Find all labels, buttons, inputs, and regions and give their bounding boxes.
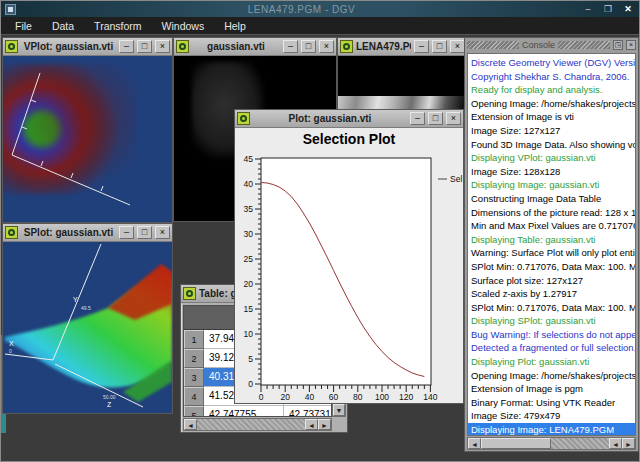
close-icon[interactable]: × xyxy=(450,40,465,53)
scroll-thumb[interactable] xyxy=(481,438,551,449)
console-line[interactable]: Surface plot size: 127x127 xyxy=(471,274,635,288)
console-log[interactable]: Discrete Geometry Viewer (DGV) Version: … xyxy=(467,53,636,436)
plot-titlebar[interactable]: Plot: gaussian.vti – □ × xyxy=(235,110,463,128)
console-line[interactable]: Bug Warning!: If selections do not appea… xyxy=(471,328,635,342)
vplot-titlebar[interactable]: VPlot: gaussian.vti – □ × xyxy=(3,38,172,56)
console-line[interactable]: Displaying VPlot: gaussian.vti xyxy=(471,151,635,165)
scroll-left-icon[interactable]: ◄ xyxy=(184,419,197,430)
minimize-icon[interactable]: – xyxy=(119,226,134,239)
scroll-left-icon[interactable]: ◄ xyxy=(468,438,481,449)
table-cell[interactable]: 42.747755 xyxy=(204,406,284,417)
close-icon[interactable]: × xyxy=(626,40,636,50)
console-line[interactable]: Binary Format: Using VTK Reader xyxy=(471,396,635,410)
dock-handle[interactable] xyxy=(467,41,519,49)
maximize-icon[interactable]: □ xyxy=(432,40,447,53)
console-line[interactable]: Opening Image: /home/shakes/projects/scp… xyxy=(471,369,635,383)
svg-text:20: 20 xyxy=(244,279,254,289)
console-line[interactable]: Discrete Geometry Viewer (DGV) Version: … xyxy=(471,56,635,70)
table-cell[interactable]: 42.737319 xyxy=(284,406,332,417)
scroll-track[interactable] xyxy=(197,419,305,430)
row-header[interactable]: 4 xyxy=(184,387,204,406)
console-line[interactable]: SPlot Min: 0.717076, Data Max: 100. Mean… xyxy=(471,260,635,274)
console-line[interactable]: Extension of Image is pgm xyxy=(471,382,635,396)
menu-data[interactable]: Data xyxy=(42,18,84,34)
console-line[interactable]: Constructing Image Data Table xyxy=(471,192,635,206)
scroll-right-icon[interactable]: ► xyxy=(622,438,635,449)
console-line[interactable]: Scaled z-axis by 1.27917 xyxy=(471,287,635,301)
gaussian-titlebar[interactable]: gaussian.vti – □ × xyxy=(174,38,336,56)
maximize-icon[interactable]: ❐ xyxy=(601,3,615,15)
maximize-icon[interactable]: □ xyxy=(428,112,443,125)
console-line[interactable]: Min and Max Pixel Values are 0.717076 an… xyxy=(471,219,635,233)
dgv-logo-icon xyxy=(183,287,196,300)
row-header[interactable]: 2 xyxy=(184,349,204,368)
minimize-icon[interactable]: – xyxy=(410,112,425,125)
console-line[interactable]: Dimensions of the picture read: 128 x 12… xyxy=(471,206,635,220)
scroll-right-icon[interactable]: ► xyxy=(318,419,331,430)
console-line[interactable]: Found 3D Image Data. Also showing volume… xyxy=(471,138,635,152)
console-line[interactable]: Displaying Image: gaussian.vti xyxy=(471,178,635,192)
menu-transform[interactable]: Transform xyxy=(84,18,151,34)
console-line[interactable]: Displaying SPlot: gaussian.vti xyxy=(471,314,635,328)
selection-plot-chart[interactable]: 051015202530354045020406080100120140Sel xyxy=(235,149,463,402)
row-header[interactable]: 5 xyxy=(184,406,204,417)
console-titlebar[interactable]: Console ◳ × xyxy=(465,38,638,52)
dock-handle[interactable] xyxy=(558,41,610,49)
close-icon[interactable]: × xyxy=(319,40,334,53)
console-line[interactable]: Image Size: 479x479 xyxy=(471,409,635,423)
console-line[interactable]: Copyright Shekhar S. Chandra, 2006. xyxy=(471,70,635,84)
vplot-render-area[interactable] xyxy=(3,56,172,222)
svg-text:10: 10 xyxy=(244,329,254,339)
minimize-icon[interactable]: – xyxy=(581,3,595,15)
table-row: 542.74775542.737319 xyxy=(184,406,331,417)
window-vplot[interactable]: VPlot: gaussian.vti – □ × xyxy=(2,37,173,223)
console-line[interactable]: Displaying Image: LENA479.PGM xyxy=(468,423,635,436)
lena-titlebar[interactable]: LENA479.PGM – □ × xyxy=(338,38,467,56)
svg-text:50.00: 50.00 xyxy=(103,394,116,400)
console-line[interactable]: Detected a fragmented or full selection,… xyxy=(471,341,635,355)
maximize-icon[interactable]: □ xyxy=(301,40,316,53)
console-line[interactable]: Opening Image: /home/shakes/projects/scp… xyxy=(471,97,635,111)
console-line[interactable]: Warning: Surface Plot will only plot ent… xyxy=(471,246,635,260)
scroll-left-icon[interactable]: ◄ xyxy=(609,438,622,449)
splot-render-area[interactable]: Y 49.5 X 0 50.00 Z xyxy=(3,242,172,413)
console-line[interactable]: Image Size: 127x127 xyxy=(471,124,635,138)
titlebar[interactable]: LENA479.PGM - DGV – ❐ ✕ xyxy=(1,1,639,17)
maximize-icon[interactable]: □ xyxy=(137,226,152,239)
scroll-left-icon[interactable]: ◄ xyxy=(305,419,318,430)
menu-help[interactable]: Help xyxy=(214,18,256,34)
close-icon[interactable]: × xyxy=(446,112,461,125)
scroll-track[interactable] xyxy=(481,438,609,449)
console-line[interactable]: Displaying Plot: gaussian.vti xyxy=(471,355,635,369)
row-header[interactable]: 1 xyxy=(184,330,204,349)
window-plot[interactable]: Plot: gaussian.vti – □ × Selection Plot … xyxy=(234,109,464,404)
menu-windows[interactable]: Windows xyxy=(152,18,215,34)
console-line[interactable]: SPlot Min: 0.717076, Data Max: 100. Mean… xyxy=(471,301,635,315)
close-icon[interactable]: × xyxy=(155,40,170,53)
console-line[interactable]: Ready for display and analysis. xyxy=(471,83,635,97)
console-line[interactable]: Displaying Table: gaussian.vti xyxy=(471,233,635,247)
dgv-logo-icon xyxy=(5,226,18,239)
row-header[interactable]: 3 xyxy=(184,368,204,387)
console-horizontal-scrollbar[interactable]: ◄ ◄ ► xyxy=(467,437,636,450)
console-dock[interactable]: Console ◳ × Discrete Geometry Viewer (DG… xyxy=(464,37,639,452)
minimize-icon[interactable]: – xyxy=(414,40,429,53)
window-splot[interactable]: SPlot: gaussian.vti – □ × xyxy=(2,223,173,414)
close-icon[interactable]: × xyxy=(155,226,170,239)
splot-titlebar[interactable]: SPlot: gaussian.vti – □ × xyxy=(3,224,172,242)
minimize-icon[interactable]: – xyxy=(119,40,134,53)
console-line[interactable]: Image Size: 128x128 xyxy=(471,165,635,179)
svg-text:25: 25 xyxy=(244,254,254,264)
maximize-icon[interactable]: □ xyxy=(137,40,152,53)
scroll-down-icon[interactable]: ▼ xyxy=(333,404,345,416)
menu-file[interactable]: File xyxy=(5,18,42,34)
surface-plot: Y 49.5 X 0 50.00 Z xyxy=(3,242,172,413)
table-horizontal-scrollbar[interactable]: ◄ ◄ ► xyxy=(183,418,332,431)
minimize-icon[interactable]: – xyxy=(283,40,298,53)
lena-title: LENA479.PGM xyxy=(356,41,411,52)
close-icon[interactable]: ✕ xyxy=(621,3,635,15)
svg-text:60: 60 xyxy=(329,392,339,402)
svg-text:80: 80 xyxy=(353,392,363,402)
console-line[interactable]: Extension of Image is vti xyxy=(471,110,635,124)
float-icon[interactable]: ◳ xyxy=(613,40,623,50)
